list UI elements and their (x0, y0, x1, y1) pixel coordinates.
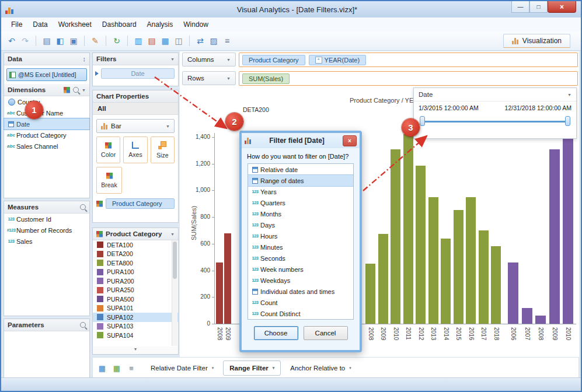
worksheet-list-icon[interactable]: ≡ (126, 363, 137, 373)
bar-2009[interactable] (549, 149, 560, 324)
swap-axes-icon[interactable]: ⇄ (194, 35, 206, 47)
legend-item-pura100[interactable]: PURA100 (93, 268, 178, 277)
tab-range-filter[interactable]: Range Filter▾ (223, 360, 281, 376)
color-button[interactable]: Color (96, 136, 120, 163)
chevron-down-icon[interactable]: ▾ (273, 366, 275, 370)
menu-window[interactable]: Window (178, 19, 214, 30)
menu-analysis[interactable]: Analysis (142, 19, 179, 30)
field-item-sales-channel[interactable]: abcSales Channel (4, 141, 89, 152)
show-list-icon[interactable]: ≡ (221, 35, 233, 47)
pill-product-category[interactable]: Product Category (242, 55, 305, 65)
chevron-down-icon[interactable]: ▼ (170, 57, 175, 61)
add-row-chart-icon[interactable]: ▤ (146, 35, 158, 47)
add-matrix-icon[interactable]: ▦ (159, 35, 171, 47)
legend-scroll-more[interactable]: ▾ (93, 346, 178, 354)
minimize-button[interactable]: — (511, 1, 529, 13)
bar-2006[interactable] (508, 262, 518, 324)
excel-connection[interactable]: @MS Excel [Untitled] (6, 68, 87, 81)
export-icon[interactable]: ◧ (54, 35, 66, 47)
bar-2010[interactable] (563, 138, 573, 324)
date-range-slider[interactable] (420, 114, 570, 130)
search-icon[interactable] (80, 322, 86, 328)
dialog-option-weekdays[interactable]: 123Weekdays (248, 275, 353, 286)
field-item-sales[interactable]: 123Sales (4, 236, 89, 247)
legend-item-supa103[interactable]: SUPA103 (93, 322, 178, 331)
add-column-chart-icon[interactable]: ▥ (133, 35, 144, 47)
save-icon[interactable]: ▣ (68, 35, 79, 47)
format-icon[interactable]: ✎ (89, 35, 101, 47)
dialog-option-count[interactable]: 123Count (248, 297, 353, 308)
dialog-option-relative-date[interactable]: Relative date (248, 164, 353, 175)
legend-item-supa102[interactable]: SUPA102 (93, 313, 178, 322)
tab-anchor-relative-to[interactable]: Anchor Relative to▾ (284, 361, 357, 375)
legend-item-supa104[interactable]: SUPA104 (93, 331, 178, 340)
field-item-country[interactable]: Country (4, 96, 89, 107)
slider-left-handle[interactable] (420, 116, 425, 126)
add-worksheet-icon[interactable]: ▦ (97, 363, 107, 373)
add-dashboard-icon[interactable]: ▦ (111, 363, 122, 373)
dialog-option-range-of-dates[interactable]: Range of dates (248, 175, 353, 186)
tab-relative-date-filter[interactable]: Relative Date Filter▾ (145, 361, 219, 375)
dialog-option-minutes[interactable]: 123Minutes (248, 242, 353, 253)
legend-item-supa101[interactable]: SUPA101 (93, 304, 178, 313)
legend-scrollbar[interactable] (172, 240, 177, 346)
chevron-down-icon[interactable]: ▼ (567, 93, 571, 97)
legend-item-pura500[interactable]: PURA500 (93, 295, 178, 304)
chevron-down-icon[interactable]: ▾ (349, 366, 351, 370)
refresh-icon[interactable]: ↻ (111, 35, 123, 47)
dialog-option-seconds[interactable]: 123Seconds (248, 253, 353, 264)
filter-pill-date[interactable]: Date (101, 68, 175, 79)
add-pivot-icon[interactable]: ◫ (173, 35, 184, 47)
sort-fields-icon[interactable]: ↕ (83, 55, 86, 62)
new-worksheet-icon[interactable]: ▤ (41, 35, 53, 47)
rows-shelf-button[interactable]: Rows ▼ (182, 71, 236, 85)
bar-2009[interactable] (378, 234, 388, 324)
close-button[interactable]: × (548, 1, 576, 13)
bar-2007[interactable] (522, 308, 532, 324)
size-button[interactable]: Size (151, 136, 175, 163)
field-item-date[interactable]: Date (4, 118, 89, 130)
bar-deta200-2009[interactable] (224, 233, 231, 324)
maximize-button[interactable]: □ (529, 1, 548, 13)
search-icon[interactable] (80, 204, 86, 210)
expand-year-icon[interactable]: + (315, 57, 322, 64)
redo-icon[interactable]: ↷ (19, 35, 31, 47)
legend-item-deta200[interactable]: DETA200 (93, 250, 178, 259)
dialog-option-years[interactable]: 123Years (248, 186, 353, 197)
menu-file[interactable]: File (6, 19, 27, 30)
dialog-option-days[interactable]: 123Days (248, 219, 353, 230)
field-item-number-of-records[interactable]: #123Number of Records (4, 225, 89, 236)
bar-2008[interactable] (365, 264, 375, 324)
color-by-pill[interactable]: Product Category (106, 198, 175, 209)
break-button[interactable]: Break (96, 167, 122, 194)
sort-bars-icon[interactable]: ▨ (208, 35, 219, 47)
menu-data[interactable]: Data (27, 19, 53, 30)
pill-sum-sales[interactable]: SUM(Sales) (242, 74, 290, 84)
bar-2008[interactable] (535, 316, 546, 324)
bar-2015[interactable] (454, 210, 463, 324)
chevron-down-icon[interactable]: ▼ (170, 232, 175, 236)
field-item-product-category[interactable]: abcProduct Category (4, 130, 89, 141)
slider-right-handle[interactable] (565, 116, 570, 126)
bar-2013[interactable] (428, 197, 438, 324)
expand-filter-icon[interactable] (95, 71, 99, 76)
dialog-option-week-numbers[interactable]: 123Week numbers (248, 264, 353, 275)
dialog-option-quarters[interactable]: 123Quarters (248, 197, 353, 208)
menu-dashboard[interactable]: Dashboard (97, 19, 142, 30)
search-icon[interactable] (73, 87, 79, 93)
visualization-tab[interactable]: Visualization (503, 34, 570, 48)
legend-item-pura200[interactable]: PURA200 (93, 276, 178, 286)
bar-2012[interactable] (416, 166, 426, 324)
bar-2011[interactable] (403, 134, 413, 324)
columns-shelf-button[interactable]: Columns ▼ (182, 52, 236, 66)
dialog-option-individual-dates-and-times[interactable]: Individual dates and times (248, 286, 353, 297)
dialog-option-months[interactable]: 123Months (248, 208, 353, 219)
field-item-customer-id[interactable]: 123Customer Id (4, 214, 89, 225)
dialog-close-button[interactable]: × (343, 135, 357, 146)
legend-item-deta100[interactable]: DETA100 (93, 240, 178, 250)
dialog-option-hours[interactable]: 123Hours (248, 230, 353, 242)
bar-deta200-2008[interactable] (216, 262, 223, 324)
field-item-customer-name[interactable]: abcCustomer Name (4, 107, 89, 118)
bar-2017[interactable] (479, 230, 489, 324)
pill-year-date[interactable]: +YEAR(Date) (309, 55, 367, 65)
